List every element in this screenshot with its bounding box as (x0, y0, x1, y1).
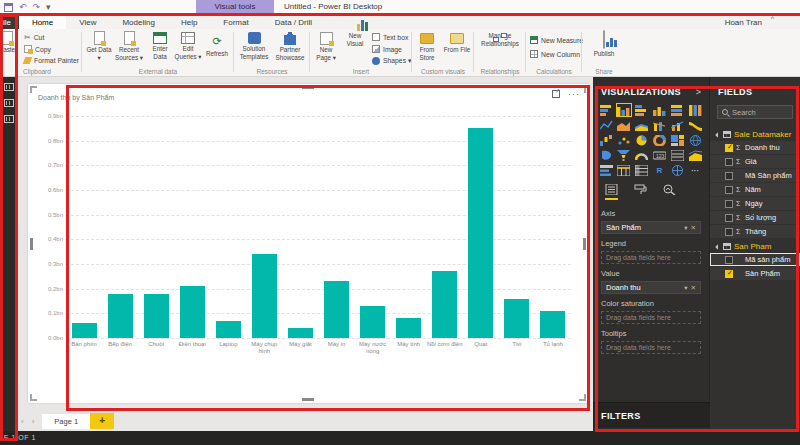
ribbon-tab-modeling[interactable]: Modeling (109, 16, 167, 29)
new-column-button[interactable]: New Column (530, 50, 580, 58)
ribbon-tab-data-drill[interactable]: Data / Drill (262, 16, 325, 29)
field-checkbox[interactable] (725, 144, 733, 152)
partner-showcase-button[interactable]: Partner Showcase (273, 31, 307, 62)
viz-pane-tab-format[interactable] (634, 184, 647, 200)
card-icon[interactable]: 123 (652, 148, 668, 162)
filled-map-icon[interactable] (598, 148, 614, 162)
field-row[interactable]: ΣTháng (710, 225, 800, 238)
save-icon[interactable] (4, 3, 13, 12)
bar-Điện thoại[interactable] (180, 286, 205, 338)
report-page[interactable]: Doanh thu by Sản Phẩm ··· 0.0bn0.1bn0.2b… (28, 84, 588, 403)
funnel-icon[interactable] (616, 148, 632, 162)
new-page-button[interactable]: New Page ▾ (312, 31, 340, 62)
r-script-visual-icon[interactable]: R (652, 163, 668, 177)
line-and-clustered-column-chart-icon[interactable] (669, 118, 685, 132)
refresh-button[interactable]: ⟳ Refresh (202, 31, 232, 58)
collapse-panel-icon[interactable]: > (696, 87, 701, 97)
field-row[interactable]: ΣSố lượng (710, 211, 800, 224)
ribbon-chart-icon[interactable] (687, 118, 703, 132)
drop-zone-color-saturation[interactable]: Drag data fields here (601, 311, 701, 324)
undo-icon[interactable]: ↶ (19, 2, 27, 12)
edit-queries-button[interactable]: Edit Queries ▾ (173, 31, 203, 61)
add-page-button[interactable]: + (90, 413, 114, 429)
expander-icon[interactable] (715, 132, 721, 138)
field-pill-axis[interactable]: Sản Phẩm▾✕ (601, 221, 701, 234)
matrix-icon[interactable] (634, 163, 650, 177)
bar-Quạt[interactable] (468, 128, 493, 338)
stacked-area-chart-icon[interactable] (634, 118, 650, 132)
bar-Nồi cơm điện[interactable] (432, 271, 457, 338)
remove-field-icon[interactable]: ✕ (691, 284, 696, 292)
selection-handle[interactable] (579, 394, 586, 401)
field-checkbox[interactable] (725, 270, 733, 278)
field-row[interactable]: ΣNgày (710, 197, 800, 210)
bar-Bếp điện[interactable] (108, 294, 133, 338)
field-row[interactable]: Sản Phẩm (710, 267, 800, 280)
shapes-button[interactable]: Shapes ▾ (372, 57, 411, 65)
viz-pane-tab-analytics[interactable] (663, 184, 676, 200)
100-stacked-bar-chart-icon[interactable] (669, 103, 685, 117)
viz-pane-tab-fields[interactable] (605, 184, 618, 200)
selection-handle[interactable] (30, 394, 37, 401)
pie-chart-icon[interactable] (634, 133, 650, 147)
drag-handle-bottom[interactable] (302, 398, 314, 401)
search-input[interactable]: Search (717, 105, 793, 119)
report-view-icon[interactable] (4, 83, 14, 91)
new-measure-button[interactable]: New Measure (530, 36, 583, 44)
field-checkbox[interactable] (725, 228, 733, 236)
selection-handle[interactable] (30, 86, 37, 93)
field-checkbox[interactable] (725, 214, 733, 222)
drop-zone-tooltips[interactable]: Drag data fields here (601, 341, 701, 354)
map-icon[interactable] (687, 133, 703, 147)
bar-Máy nước nóng[interactable] (360, 306, 385, 338)
table-node[interactable]: Sale Datamaker (710, 127, 800, 141)
field-checkbox[interactable] (725, 158, 733, 166)
table-icon[interactable] (616, 163, 632, 177)
table-node[interactable]: San Pham (710, 239, 800, 253)
filters-panel[interactable]: FILTERS (593, 402, 710, 428)
chevron-up-icon[interactable]: ^ (771, 15, 774, 22)
bar-Tủ lạnh[interactable] (540, 311, 565, 338)
ribbon-tab-file[interactable]: File (0, 16, 19, 29)
stacked-column-chart-icon[interactable] (616, 103, 632, 117)
from-store-button[interactable]: From Store (413, 31, 441, 62)
focus-mode-icon[interactable] (552, 90, 560, 98)
area-chart-icon[interactable] (616, 118, 632, 132)
page-tab[interactable]: Page 1 (42, 414, 90, 429)
customize-toolbar-icon[interactable]: ▾ (46, 2, 51, 12)
field-checkbox[interactable] (725, 200, 733, 208)
field-checkbox[interactable] (725, 172, 733, 180)
field-checkbox[interactable] (725, 256, 733, 264)
more-options-icon[interactable]: ··· (568, 91, 580, 97)
field-pill-value[interactable]: Doanh thu▾✕ (601, 281, 701, 294)
drop-zone-legend[interactable]: Drag data fields here (601, 251, 701, 264)
field-row[interactable]: Mã sản phẩm (710, 253, 800, 266)
recent-sources-button[interactable]: Recent Sources ▾ (114, 31, 144, 62)
redo-icon[interactable]: ↷ (33, 2, 41, 12)
kpi-icon[interactable] (687, 148, 703, 162)
signed-in-user[interactable]: Hoan Tran (725, 16, 762, 29)
text-box-button[interactable]: Text box (372, 33, 408, 41)
clustered-column-chart-icon[interactable] (652, 103, 668, 117)
bar-Bàn phím[interactable] (72, 323, 97, 338)
selection-handle[interactable] (579, 86, 586, 93)
manage-relationships-button[interactable]: Manage Relationships (478, 31, 522, 48)
bar-Laptop[interactable] (216, 321, 241, 338)
bar-Máy in[interactable] (324, 281, 349, 338)
line-chart-icon[interactable] (598, 118, 614, 132)
enter-data-button[interactable]: Enter Data (145, 31, 175, 61)
field-row[interactable]: ΣNăm (710, 183, 800, 196)
new-visual-button[interactable]: New Visual (341, 31, 369, 48)
solution-templates-button[interactable]: Solution Templates (237, 31, 271, 61)
field-row[interactable]: Mã Sản phẩm (710, 169, 800, 182)
from-file-button[interactable]: From File (443, 31, 471, 54)
format-painter-button[interactable]: Format Painter (24, 57, 79, 64)
previous-page-icon[interactable]: ‹ (17, 417, 28, 426)
visual-tools-context-tab[interactable]: Visual tools (196, 0, 274, 14)
chevron-down-icon[interactable]: ▾ (684, 284, 687, 292)
bar-Máy tính[interactable] (396, 318, 421, 338)
get-data-button[interactable]: Get Data ▾ (84, 31, 114, 62)
paste-button[interactable]: Paste (0, 31, 22, 54)
more-visuals-icon[interactable]: ··· (687, 163, 703, 177)
remove-field-icon[interactable]: ✕ (691, 224, 696, 232)
